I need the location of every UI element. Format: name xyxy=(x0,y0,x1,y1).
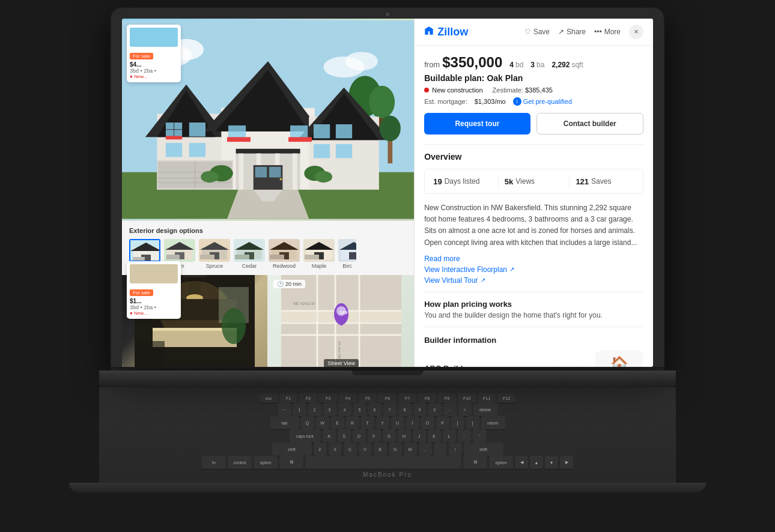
macbook-label: MacBook Pro xyxy=(117,471,658,478)
svg-point-30 xyxy=(280,178,282,180)
virtual-tour-link-label: View Virtual Tour xyxy=(424,276,478,285)
map-time-label: 20 min xyxy=(285,281,302,287)
exterior-options-title: Exterior design options xyxy=(129,227,407,234)
key-slash: / xyxy=(449,443,462,456)
mortgage-row: Est. mortgage: $1,303/mo i Get pre-quali… xyxy=(424,97,643,106)
number-key-row: ~ 1 2 3 4 5 6 7 8 9 0 - = delete xyxy=(117,403,658,416)
key-b: B xyxy=(374,443,387,456)
key-v: V xyxy=(359,443,372,456)
status-dot xyxy=(424,88,429,92)
screen-inner: For sale $4... 3bd • 2ba • ● New... For … xyxy=(122,19,653,367)
share-icon: ↗ xyxy=(558,28,564,36)
key-bracket-r: ] xyxy=(466,416,479,429)
key-6: 6 xyxy=(368,403,381,416)
key-comma: , xyxy=(419,443,432,456)
street-view-badge: Street View xyxy=(324,359,359,367)
key-shift-l: shift xyxy=(272,443,312,456)
beds-value: 4 xyxy=(509,61,514,69)
for-sale-tag-1: For sale xyxy=(130,53,153,59)
key-arrow-r: ▶ xyxy=(560,456,573,469)
exterior-thumb-elm xyxy=(164,239,195,262)
pricing-title: How plan pricing works xyxy=(424,300,643,309)
stat-divider-1 xyxy=(498,175,499,187)
key-f4: F4 xyxy=(339,393,357,403)
exterior-option-spruce-label: Spruce xyxy=(206,263,223,269)
price-line: from $350,000 4 bd 3 ba xyxy=(424,54,643,71)
baths-value: 3 xyxy=(530,61,535,69)
key-arrow-d: ▼ xyxy=(545,456,558,469)
svg-rect-22 xyxy=(236,149,300,154)
svg-rect-43 xyxy=(227,137,251,142)
key-tilde: ~ xyxy=(278,403,291,416)
svg-rect-73 xyxy=(200,255,214,259)
pricing-desc: You and the builder design the home that… xyxy=(424,311,643,319)
bg-listing-1: For sale $4... 3bd • 2ba • ● New... xyxy=(127,25,181,82)
virtual-tour-link[interactable]: View Virtual Tour ↗ xyxy=(424,276,643,285)
key-bracket-l: [ xyxy=(451,416,464,429)
floorplan-link-label: View Interactive Floorplan xyxy=(424,265,507,274)
exterior-thumb-cedar xyxy=(234,239,265,262)
zestimate-section: Zestimate: $385,435 xyxy=(493,86,553,94)
key-x: X xyxy=(329,443,342,456)
close-button[interactable]: × xyxy=(629,25,643,39)
exterior-option-spruce[interactable]: Spruce xyxy=(199,239,230,269)
exterior-option-cedar[interactable]: Cedar xyxy=(234,239,265,269)
read-more-link[interactable]: Read more xyxy=(424,255,643,263)
exterior-option-maple[interactable]: Maple xyxy=(303,239,335,269)
key-control: control xyxy=(228,456,252,469)
saves-value: 121 xyxy=(576,177,589,186)
views-label: Views xyxy=(515,177,535,186)
svg-rect-23 xyxy=(239,154,243,190)
key-f2: F2 xyxy=(299,393,317,403)
key-h: H xyxy=(398,429,411,443)
key-y: Y xyxy=(376,416,389,429)
svg-rect-40 xyxy=(336,124,352,138)
divider-2 xyxy=(424,292,643,292)
svg-point-54 xyxy=(201,171,218,183)
key-p: P xyxy=(436,416,449,429)
svg-rect-103 xyxy=(135,341,165,367)
share-button[interactable]: ↗ Share xyxy=(558,28,586,36)
mortgage-label: Est. mortgage: xyxy=(424,98,467,105)
svg-rect-39 xyxy=(314,124,330,138)
key-arrow-u: ▲ xyxy=(530,456,543,469)
views-stat: 5k Views xyxy=(505,177,564,186)
request-tour-button[interactable]: Request tour xyxy=(424,113,530,135)
key-f7: F7 xyxy=(398,393,416,403)
key-i: I xyxy=(406,416,419,429)
map-time-badge: 🕐 20 min xyxy=(273,280,305,288)
floorplan-link[interactable]: View Interactive Floorplan ↗ xyxy=(424,265,643,274)
builder-name: ABC Builders xyxy=(424,364,490,367)
action-buttons: Request tour Contact builder xyxy=(424,113,643,135)
key-k: K xyxy=(428,429,441,443)
key-f12: F12 xyxy=(497,393,515,403)
key-a: A xyxy=(323,429,336,443)
svg-rect-118 xyxy=(360,324,401,334)
key-delete: delete xyxy=(473,403,497,416)
key-f9: F9 xyxy=(438,393,456,403)
svg-rect-68 xyxy=(166,255,180,259)
exterior-option-birch[interactable]: Birc xyxy=(338,239,356,269)
laptop-base xyxy=(99,370,676,387)
svg-text:169: 169 xyxy=(339,310,348,315)
exterior-option-redwood[interactable]: Redwood xyxy=(269,239,300,269)
svg-point-55 xyxy=(315,171,332,183)
save-button[interactable]: ♡ Save xyxy=(524,28,550,36)
key-0: 0 xyxy=(428,403,442,416)
svg-rect-88 xyxy=(305,255,319,259)
more-button[interactable]: ••• More xyxy=(594,28,621,36)
webcam xyxy=(386,13,389,16)
prequalify-link[interactable]: i Get pre-qualified xyxy=(513,97,572,106)
svg-rect-26 xyxy=(293,154,297,190)
svg-rect-94 xyxy=(183,275,207,277)
zestimate-value: $385,435 xyxy=(525,86,553,94)
contact-builder-button[interactable]: Contact builder xyxy=(536,113,643,135)
builder-logo: 🏠 ABC Builders xyxy=(595,351,643,367)
exterior-thumb-maple xyxy=(303,239,335,262)
svg-text:NE 42nd St: NE 42nd St xyxy=(293,301,315,306)
key-f: F xyxy=(368,429,381,443)
divider-1 xyxy=(424,144,643,145)
svg-rect-115 xyxy=(281,324,316,334)
svg-rect-44 xyxy=(288,137,312,142)
svg-rect-45 xyxy=(166,136,182,139)
